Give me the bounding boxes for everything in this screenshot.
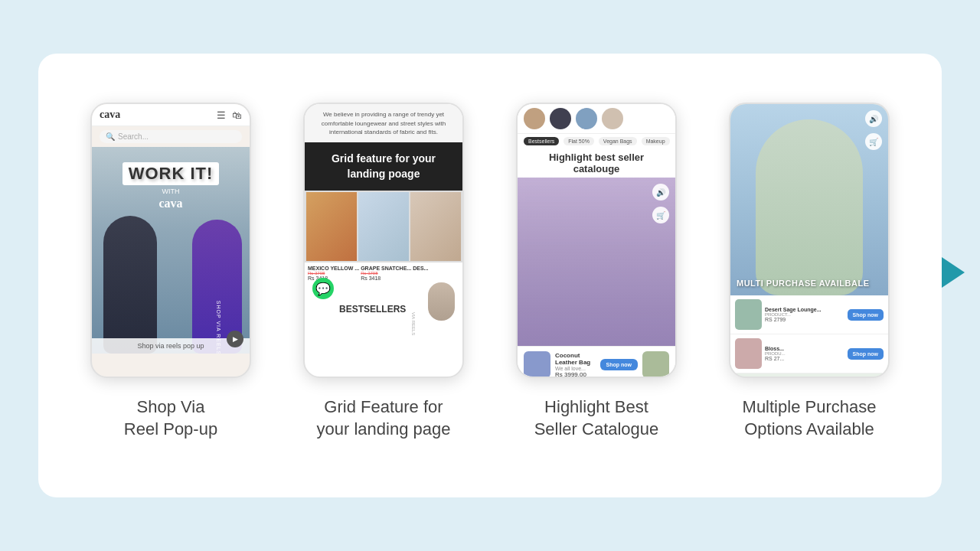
page-wrapper: cava ☰ 🛍 🔍 Search... <box>0 0 980 551</box>
feature-highlight: Bestsellers Flat 50% Vegan Bags Makeup H… <box>502 103 691 440</box>
blurred-overlay <box>518 178 675 346</box>
next-arrow[interactable] <box>942 257 965 288</box>
avatar-4 <box>602 108 623 129</box>
phone-mockup-4: MULTI PURCHASE AVAILBALE 🔊 🛒 Desert Sage… <box>729 103 890 378</box>
category-flat50[interactable]: Flat 50% <box>564 137 594 145</box>
category-bestsellers[interactable]: Bestsellers <box>524 137 559 145</box>
phone3-product-bar: Coconut Leather Bag We all love... Rs 39… <box>518 346 675 377</box>
category-vegan[interactable]: Vegan Bags <box>599 137 637 145</box>
feature-multiple-purchase: MULTI PURCHASE AVAILBALE 🔊 🛒 Desert Sage… <box>715 103 903 440</box>
prod2-new-price: Rs 3418 <box>361 276 411 281</box>
feature-label-2: Grid Feature for your landing page <box>317 396 451 440</box>
prod1-name: MEXICO YELLOW ... <box>308 266 359 271</box>
feature-label-3: Highlight Best Seller Catalogue <box>534 396 659 440</box>
phone3-product-area: 🔊 🛒 <box>518 178 675 346</box>
phone1-logo: cava <box>100 109 120 121</box>
phone1-header: cava ☰ 🛍 <box>92 104 250 126</box>
prod-name-4-2: Bloss... <box>765 346 844 351</box>
phone1-search-bar: 🔍 Search... <box>100 130 242 143</box>
prod-info-4-2: Bloss... PRODU... RS 27... <box>765 346 844 361</box>
phone2-top-text: We believe in providing a range of trend… <box>305 104 462 142</box>
shop-btn-4-2[interactable]: Shop now <box>848 348 884 360</box>
phone-mockup-3: Bestsellers Flat 50% Vegan Bags Makeup H… <box>516 103 677 378</box>
prod-info-4-1: Desert Sage Lounge... PRODUCT... RS 2799 <box>765 307 844 322</box>
shop-now-btn-3[interactable]: Shop now <box>600 359 638 370</box>
shop-via-reels-bar: Shop via reels pop up <box>92 338 250 354</box>
search-placeholder: Search... <box>118 132 149 141</box>
phone3-main-product: 🔊 🛒 <box>518 178 675 346</box>
shop-btn-4-1[interactable]: Shop now <box>848 309 884 321</box>
work-it-main: WORK IT! <box>122 162 220 185</box>
phone4-multi-text: MULTI PURCHASE AVAILBALE <box>730 279 888 288</box>
whatsapp-icon: 💬 <box>312 278 334 299</box>
feature-shop-via-reel: cava ☰ 🛍 🔍 Search... <box>77 103 265 440</box>
shop-text: Shop via reels pop up <box>137 342 204 350</box>
phone2-prod-col-2: GRAPE SNATCHE... Rs 3798 Rs 3418 <box>361 266 411 281</box>
phone2-prod-col-3: DES... <box>413 266 459 281</box>
figure-left <box>103 216 157 354</box>
phone2-products-row: MEXICO YELLOW ... Rs 3798 Rs 3418 GRAPE … <box>305 262 462 281</box>
phone4-product-row-1: Desert Sage Lounge... PRODUCT... RS 2799… <box>730 295 888 334</box>
with-text: WITH <box>92 187 250 195</box>
phone4-product-row-2: Bloss... PRODU... RS 27... Shop now <box>730 334 888 373</box>
product-price-3: Rs 3999.00 <box>555 371 596 377</box>
phone3-categories: Bestsellers Flat 50% Vegan Bags Makeup <box>518 134 675 148</box>
phone1-icons: ☰ 🛍 <box>217 109 242 121</box>
prod2-name: GRAPE SNATCHE... <box>361 266 411 271</box>
product-info-3: Coconut Leather Bag We all love... Rs 39… <box>555 352 596 377</box>
menu-icon: ☰ <box>217 109 226 121</box>
phone1-image-area: WORK IT! WITH cava SHOP VIA REELS Shop v… <box>92 147 250 354</box>
sound-icon-4[interactable]: 🔊 <box>865 110 882 127</box>
cart-icon-4[interactable]: 🛒 <box>865 133 882 150</box>
product-desc-3: We all love... <box>555 366 596 371</box>
work-it-text-block: WORK IT! WITH cava <box>92 162 250 210</box>
feature-label-4: Multiple Purchase Options Available <box>743 396 877 440</box>
prod3-name: DES... <box>413 266 459 271</box>
phone-mockup-2: We believe in providing a range of trend… <box>303 103 464 378</box>
phone2-banner: Grid feature for your landing poage <box>305 142 462 191</box>
feature-grid: We believe in providing a range of trend… <box>289 103 478 440</box>
prod-name-4-1: Desert Sage Lounge... <box>765 307 844 312</box>
grid-item-2 <box>358 192 409 261</box>
phone2-prod-col-1: MEXICO YELLOW ... Rs 3798 Rs 3418 <box>308 266 359 281</box>
features-row: cava ☰ 🛍 🔍 Search... <box>77 103 903 440</box>
brand-text: cava <box>92 197 250 210</box>
bestsellers-label: BESTSELLERS <box>339 304 406 315</box>
phone2-avatar <box>428 282 455 321</box>
avatar-3 <box>576 108 597 129</box>
phone3-highlight-text: Highlight best seller catalouge <box>518 148 675 178</box>
phone3-top-bar <box>518 104 675 134</box>
prod-thumb-4-2 <box>735 338 762 369</box>
avatar-1 <box>524 108 545 129</box>
feature-label-1: Shop Via Reel Pop-up <box>124 396 217 440</box>
cart-icon: 🛍 <box>232 109 242 121</box>
phone4-figure <box>756 119 863 295</box>
grid-item-3 <box>410 192 461 261</box>
prod-price-4-1: RS 2799 <box>765 317 844 322</box>
via-reels-2: VIA REELS <box>412 312 416 336</box>
product-thumb-3 <box>524 351 550 377</box>
category-makeup[interactable]: Makeup <box>642 137 670 145</box>
phone-mockup-1: cava ☰ 🛍 🔍 Search... <box>90 103 251 378</box>
small-thumb-3 <box>642 351 669 377</box>
avatar-2 <box>550 108 571 129</box>
phone4-main-image: MULTI PURCHASE AVAILBALE 🔊 🛒 <box>730 104 888 295</box>
prod-thumb-4-1 <box>735 299 762 330</box>
search-icon: 🔍 <box>106 132 115 141</box>
product-name-3: Coconut Leather Bag <box>555 352 596 366</box>
phone2-grid <box>305 191 462 262</box>
grid-item-1 <box>306 192 357 261</box>
prod-price-4-2: RS 27... <box>765 356 844 361</box>
main-card: cava ☰ 🛍 🔍 Search... <box>38 54 942 497</box>
